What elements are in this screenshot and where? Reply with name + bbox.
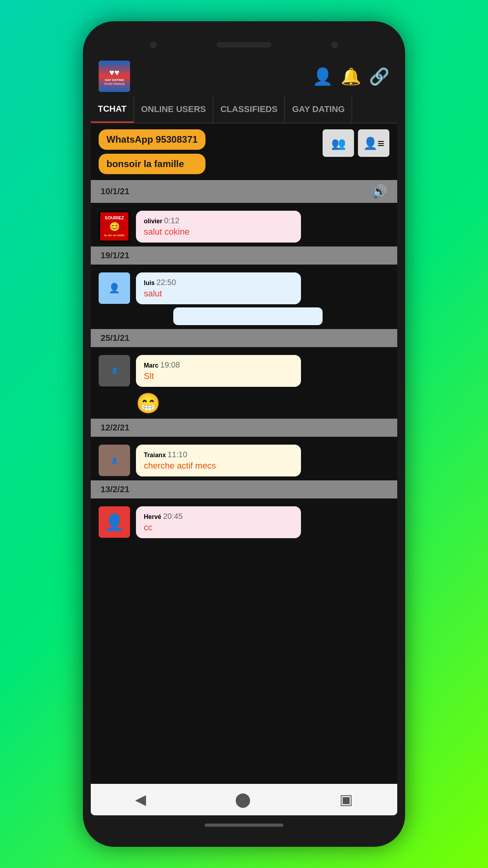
- avatar-herve-icon: 👤: [105, 513, 124, 531]
- back-button[interactable]: ◀: [135, 791, 146, 808]
- top-bubbles: WhatsApp 95308371 bonsoir la famille: [99, 129, 205, 174]
- tab-gay-dating[interactable]: GAY DATING: [285, 96, 352, 123]
- message-content-luis: luis 22:50 salut: [136, 272, 389, 325]
- message-traianx: 👤 Traianx 11:10 cherche actif mecs: [91, 437, 397, 480]
- logo-text: GAY DATING: [105, 79, 124, 82]
- sender-time-herve: 20:45: [163, 512, 183, 520]
- bell-icon[interactable]: 🔔: [341, 67, 361, 86]
- avatar-luis-icon: 👤: [108, 283, 120, 294]
- sender-time-traianx: 11:10: [167, 450, 187, 459]
- message-content-olivier: olivier 0:12 salut cokine: [136, 211, 389, 243]
- bottom-nav: ◀ ⬤ ▣: [91, 784, 397, 815]
- group-icons: 👥 👤≡: [323, 129, 389, 157]
- sender-name-marc: Marc: [144, 362, 158, 369]
- message-luis: 👤 luis 22:50 salut: [91, 265, 397, 329]
- person-icon[interactable]: 👤: [312, 67, 333, 86]
- tab-tchat[interactable]: TCHAT: [91, 96, 134, 123]
- logo-hearts-icon: ♥♥: [109, 68, 119, 78]
- avatar-traianx[interactable]: 👤: [99, 445, 130, 476]
- top-messages-area: WhatsApp 95308371 bonsoir la famille 👥 👤…: [91, 123, 397, 180]
- message-olivier: SOURIEZ 😊 la vie en belle olivier 0:12 s…: [91, 203, 397, 246]
- app-container: ♥♥ GAY DATING TCHAT FRANCE 👤 🔔 🔗 TCHAT O…: [91, 57, 397, 815]
- avatar-souriez-text: SOURIEZ: [105, 215, 124, 221]
- chat-feed[interactable]: 10/1/21 🔊 SOURIEZ 😊 la vie en belle oliv…: [91, 180, 397, 784]
- avatar-luis[interactable]: 👤: [99, 272, 130, 304]
- tab-classifieds[interactable]: CLASSIFIEDS: [213, 96, 285, 123]
- phone-speaker: [216, 42, 272, 48]
- extra-bubble-luis: [173, 307, 323, 325]
- sender-time-olivier: 0:12: [164, 216, 180, 225]
- date-separator-4: 12/2/21: [91, 419, 397, 437]
- group-list-button[interactable]: 👤≡: [358, 129, 389, 157]
- home-button[interactable]: ⬤: [235, 791, 251, 808]
- emoji-marc: 😁: [136, 392, 389, 415]
- sound-icon[interactable]: 🔊: [372, 184, 387, 199]
- group-users-button[interactable]: 👥: [323, 129, 354, 157]
- avatar-traianx-icon: 👤: [111, 457, 118, 463]
- bubble-marc: Marc 19:08 Slt: [136, 355, 301, 387]
- date-separator-3: 25/1/21: [91, 329, 397, 347]
- bubble-olivier: olivier 0:12 salut cokine: [136, 211, 301, 243]
- bubble-herve: Hervé 20:45 cc: [136, 506, 301, 538]
- app-logo[interactable]: ♥♥ GAY DATING TCHAT FRANCE: [99, 61, 130, 92]
- home-indicator: [205, 824, 283, 827]
- phone-bottom-bar: [91, 815, 397, 835]
- phone-frame: ♥♥ GAY DATING TCHAT FRANCE 👤 🔔 🔗 TCHAT O…: [83, 21, 405, 847]
- recents-button[interactable]: ▣: [339, 791, 353, 808]
- date-label-1: 10/1/21: [101, 186, 129, 197]
- message-text-luis: salut: [144, 289, 293, 299]
- tab-online-users[interactable]: ONLINE USERS: [134, 96, 213, 123]
- avatar-olivier[interactable]: SOURIEZ 😊 la vie en belle: [99, 211, 130, 242]
- date-label-3: 25/1/21: [101, 333, 129, 343]
- bonsoir-bubble: bonsoir la famille: [99, 154, 205, 174]
- avatar-herve[interactable]: 👤: [99, 506, 130, 538]
- logo-subtext: TCHAT FRANCE: [104, 83, 125, 85]
- date-separator-2: 19/1/21: [91, 246, 397, 265]
- date-label-5: 13/2/21: [101, 484, 129, 495]
- nav-tabs: TCHAT ONLINE USERS CLASSIFIEDS GAY DATIN…: [91, 96, 397, 123]
- camera-left: [150, 41, 157, 48]
- message-content-herve: Hervé 20:45 cc: [136, 506, 389, 538]
- app-header: ♥♥ GAY DATING TCHAT FRANCE 👤 🔔 🔗: [91, 57, 397, 96]
- whatsapp-bubble: WhatsApp 95308371: [99, 129, 205, 150]
- sender-name-luis-wrap: luis 22:50: [144, 278, 293, 287]
- sender-name-olivier: olivier 0:12: [144, 216, 293, 225]
- message-marc: 👤 Marc 19:08 Slt 😁: [91, 347, 397, 419]
- avatar-subtitle: la vie en belle: [104, 234, 125, 237]
- message-text-olivier: salut cokine: [144, 227, 293, 237]
- header-icons: 👤 🔔 🔗: [312, 67, 389, 86]
- bubble-luis: luis 22:50 salut: [136, 272, 301, 304]
- phone-top-bar: [91, 33, 397, 57]
- message-text-traianx: cherche actif mecs: [144, 461, 293, 471]
- sender-time-marc: 19:08: [160, 360, 180, 369]
- message-herve: 👤 Hervé 20:45 cc: [91, 498, 397, 542]
- smiley-icon: 😊: [109, 222, 120, 232]
- message-text-marc: Slt: [144, 371, 293, 381]
- sender-name-marc-wrap: Marc 19:08: [144, 360, 293, 370]
- date-label-2: 19/1/21: [101, 250, 129, 261]
- date-separator-1: 10/1/21 🔊: [91, 180, 397, 203]
- sender-name-luis: luis: [144, 280, 155, 286]
- sender-name-traianx-wrap: Traianx 11:10: [144, 450, 293, 459]
- avatar-marc[interactable]: 👤: [99, 355, 130, 386]
- sender-name-herve: Hervé: [144, 513, 161, 520]
- sender-name-traianx: Traianx: [144, 452, 166, 458]
- sender-name-herve-wrap: Hervé 20:45: [144, 512, 293, 521]
- camera-right: [331, 41, 338, 48]
- message-content-traianx: Traianx 11:10 cherche actif mecs: [136, 445, 389, 476]
- sender-name-text: olivier: [144, 218, 162, 224]
- message-content-marc: Marc 19:08 Slt 😁: [136, 355, 389, 415]
- message-text-herve: cc: [144, 522, 293, 533]
- date-separator-5: 13/2/21: [91, 480, 397, 498]
- date-label-4: 12/2/21: [101, 423, 129, 433]
- bubble-traianx: Traianx 11:10 cherche actif mecs: [136, 445, 301, 476]
- sender-time-luis: 22:50: [156, 278, 176, 287]
- avatar-marc-icon: 👤: [111, 368, 118, 374]
- share-icon[interactable]: 🔗: [369, 67, 389, 86]
